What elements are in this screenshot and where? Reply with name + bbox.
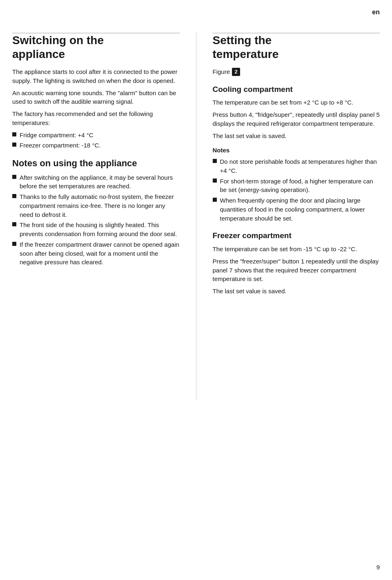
page-lang: en [372,7,380,17]
bullet-icon [12,132,16,136]
figure-number: 2 [232,68,240,76]
intro-para-3: The factory has recommended and set the … [12,109,180,127]
right-column: Setting the temperature Figure 2 Cooling… [213,33,380,400]
list-item: After switching on the appliance, it may… [12,173,180,191]
left-column: Switching on the appliance The appliance… [12,33,180,400]
cooling-notes-label: Notes [213,146,380,155]
bullet-icon [213,198,217,202]
cooling-para-3: The last set value is saved. [213,132,380,141]
notes-list: After switching on the appliance, it may… [12,173,180,267]
left-main-title: Switching on the appliance [12,33,180,61]
bullet-icon [12,194,16,198]
page-number: 9 [376,563,380,572]
cooling-para-1: The temperature can be set from +2 °C up… [213,98,380,107]
list-item: Freezer compartment: -18 °C. [12,141,180,150]
list-item: Thanks to the fully automatic no-frost s… [12,192,180,219]
list-item: Do not store perishable foods at tempera… [213,157,380,175]
freezer-para-2: Press the "freezer/super" button 1 repea… [213,257,380,283]
notes-section-title: Notes on using the appliance [12,158,180,169]
figure-label: Figure [213,67,230,76]
bullet-icon [213,178,217,183]
intro-para-2: An acoustic warning tone sounds. The "al… [12,89,180,107]
list-item: Fridge compartment: +4 °C [12,131,180,140]
main-columns: Switching on the appliance The appliance… [12,33,380,400]
right-main-title: Setting the temperature [213,33,380,61]
bullet-icon [12,143,16,147]
freezer-compartment-title: Freezer compartment [213,230,380,241]
bullet-icon [12,242,16,246]
cooling-notes-list: Do not store perishable foods at tempera… [213,157,380,223]
list-item: If the freezer compartment drawer cannot… [12,240,180,267]
intro-para-1: The appliance starts to cool after it is… [12,67,180,85]
freezer-para-1: The temperature can be set from -15 °C u… [213,245,380,254]
page-container: en Switching on the appliance The applia… [0,0,392,580]
temp-list: Fridge compartment: +4 °C Freezer compar… [12,131,180,150]
list-item: For short-term storage of food, a higher… [213,177,380,195]
figure-reference: Figure 2 [213,67,380,76]
bullet-icon [12,222,16,226]
bullet-icon [213,159,217,163]
bullet-icon [12,175,16,179]
freezer-para-3: The last set value is saved. [213,287,380,296]
list-item: The front side of the housing is slightl… [12,221,180,239]
list-item: When frequently opening the door and pla… [213,196,380,223]
column-divider [196,33,196,400]
cooling-compartment-title: Cooling compartment [213,84,380,95]
cooling-para-2: Press button 4, "fridge/super", repeated… [213,110,380,128]
